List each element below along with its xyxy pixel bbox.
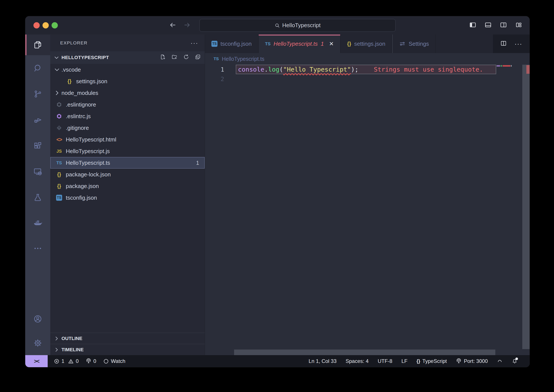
- file-label: .gitignore: [66, 125, 89, 131]
- error-count: 1: [62, 358, 64, 364]
- back-arrow-icon[interactable]: [169, 21, 176, 29]
- eol-indicator[interactable]: LF: [401, 358, 407, 364]
- activity-bar: [25, 35, 50, 355]
- new-folder-icon[interactable]: [171, 54, 178, 61]
- watch-indicator[interactable]: Watch: [103, 358, 125, 364]
- json-braces-icon: {}: [65, 78, 74, 84]
- tab-tsconfig-json[interactable]: TS tsconfig.json: [205, 35, 259, 53]
- file-label: package-lock.json: [66, 171, 111, 178]
- file-label: .eslintignore: [66, 101, 96, 108]
- title-bar: HelloTypescript: [25, 16, 530, 35]
- port-indicator[interactable]: Port: 3000: [456, 358, 488, 364]
- collapse-all-icon[interactable]: [195, 54, 201, 61]
- file-label: settings.json: [76, 78, 107, 85]
- ts-icon: TS: [213, 56, 219, 61]
- notification-dot: [515, 357, 518, 360]
- new-file-icon[interactable]: [160, 54, 166, 61]
- indentation-indicator[interactable]: Spaces: 4: [346, 358, 369, 364]
- tree-item-eslintignore[interactable]: .eslintignore: [50, 99, 205, 110]
- tree-item-hellotypescript-js[interactable]: JS HelloTypescript.js: [50, 145, 205, 157]
- code-line-2: 2: [205, 74, 530, 84]
- json-braces-icon: {}: [55, 183, 63, 189]
- breadcrumb[interactable]: TS HelloTypescript.ts: [205, 53, 530, 65]
- close-tab-icon[interactable]: ✕: [329, 41, 334, 47]
- sync-arc-icon[interactable]: [497, 358, 503, 364]
- tree-item-settings-json[interactable]: {} settings.json: [50, 76, 205, 87]
- explorer-sidebar: EXPLORER ··· HELLOTYPESCRIPT .vscode: [50, 35, 205, 355]
- error-lens-annotation: Strings must use singlequote.: [374, 66, 483, 73]
- problems-indicator[interactable]: 1 0: [54, 358, 79, 364]
- file-label: HelloTypescript.html: [66, 136, 116, 143]
- source-control-icon[interactable]: [25, 81, 50, 107]
- activity-bar-spacer: [25, 260, 50, 307]
- tab-settings[interactable]: Settings: [392, 35, 436, 53]
- status-bar: >< 1 0 0 Watch Ln 1, Col 33 Spaces: 4 UT…: [25, 355, 530, 367]
- testing-flask-icon[interactable]: [25, 185, 50, 210]
- command-center-search[interactable]: HelloTypescript: [199, 19, 395, 31]
- account-icon[interactable]: [25, 307, 50, 331]
- ts-icon: TS: [55, 161, 63, 165]
- timeline-section-header[interactable]: TIMELINE: [50, 344, 205, 355]
- explorer-files-icon[interactable]: [25, 35, 50, 55]
- tree-item-hellotypescript-ts[interactable]: TS HelloTypescript.ts 1: [50, 157, 205, 169]
- language-mode[interactable]: {} TypeScript: [417, 358, 447, 364]
- window-controls: [33, 22, 58, 28]
- tree-item-package-lock-json[interactable]: {} package-lock.json: [50, 169, 205, 180]
- horizontal-scrollbar[interactable]: [234, 350, 495, 355]
- outline-section-header[interactable]: OUTLINE: [50, 333, 205, 344]
- line-number: 2: [205, 76, 236, 82]
- chevron-down-icon: [53, 54, 60, 61]
- docker-whale-icon[interactable]: [25, 210, 50, 236]
- tree-item-hellotypescript-html[interactable]: <> HelloTypescript.html: [50, 134, 205, 145]
- refresh-icon[interactable]: [183, 54, 189, 61]
- code-editor[interactable]: 1 console.log("Hello Typescript");String…: [205, 65, 530, 355]
- extensions-icon[interactable]: [25, 133, 50, 159]
- toggle-sidebar-icon[interactable]: [469, 21, 476, 29]
- minimap[interactable]: [496, 65, 522, 349]
- tree-item-gitignore[interactable]: .gitignore: [50, 122, 205, 134]
- remote-indicator-button[interactable]: ><: [25, 355, 48, 367]
- ports-indicator[interactable]: 0: [86, 358, 96, 364]
- close-button[interactable]: [33, 22, 40, 28]
- circle-icon: [103, 358, 109, 364]
- toggle-panel-icon[interactable]: [484, 21, 492, 29]
- vertical-scrollbar-slider[interactable]: [522, 65, 530, 349]
- toggle-secondary-sidebar-icon[interactable]: [500, 21, 507, 29]
- encoding-indicator[interactable]: UTF-8: [378, 358, 392, 364]
- ports-count: 0: [93, 358, 96, 364]
- explorer-section-header[interactable]: HELLOTYPESCRIPT: [50, 51, 205, 64]
- tab-hellotypescript-ts[interactable]: TS HelloTypescript.ts 1 ✕: [259, 35, 341, 53]
- folder-label: .vscode: [62, 66, 81, 73]
- tree-item-vscode[interactable]: .vscode: [50, 64, 205, 76]
- minimize-button[interactable]: [43, 22, 49, 28]
- customize-layout-icon[interactable]: [515, 21, 522, 29]
- tree-item-eslintrc[interactable]: .eslintrc.js: [50, 110, 205, 122]
- git-icon: [55, 125, 63, 131]
- json-braces-icon: {}: [347, 41, 351, 47]
- minimap-code-line: [497, 65, 512, 67]
- explorer-more-actions-icon[interactable]: ···: [191, 39, 198, 47]
- remote-explorer-icon[interactable]: [25, 159, 50, 185]
- search-icon[interactable]: [25, 55, 50, 81]
- tab-settings-json[interactable]: {} settings.json: [341, 35, 392, 53]
- chevron-right-icon: [53, 347, 60, 353]
- notifications-bell-icon[interactable]: [512, 358, 518, 364]
- chevron-right-icon: [53, 89, 61, 97]
- broadcast-tower-icon: [86, 358, 92, 364]
- vertical-scrollbar[interactable]: [522, 65, 530, 349]
- split-editor-icon[interactable]: [500, 40, 507, 48]
- more-views-icon[interactable]: [25, 236, 50, 260]
- forward-arrow-icon[interactable]: [184, 21, 191, 29]
- overview-ruler-error-marker: [526, 65, 530, 74]
- tree-item-package-json[interactable]: {} package.json: [50, 180, 205, 192]
- tree-item-node-modules[interactable]: node_modules: [50, 87, 205, 99]
- tree-item-tsconfig-json[interactable]: TS tsconfig.json: [50, 192, 205, 203]
- settings-gear-icon[interactable]: [25, 331, 50, 355]
- cursor-position[interactable]: Ln 1, Col 33: [309, 358, 337, 364]
- file-label: HelloTypescript.ts: [66, 160, 110, 166]
- tab-problem-count: 1: [321, 41, 324, 47]
- maximize-button[interactable]: [51, 22, 58, 28]
- eslint-icon: [55, 101, 63, 108]
- run-debug-icon[interactable]: [25, 107, 50, 133]
- more-actions-icon[interactable]: ···: [515, 40, 522, 48]
